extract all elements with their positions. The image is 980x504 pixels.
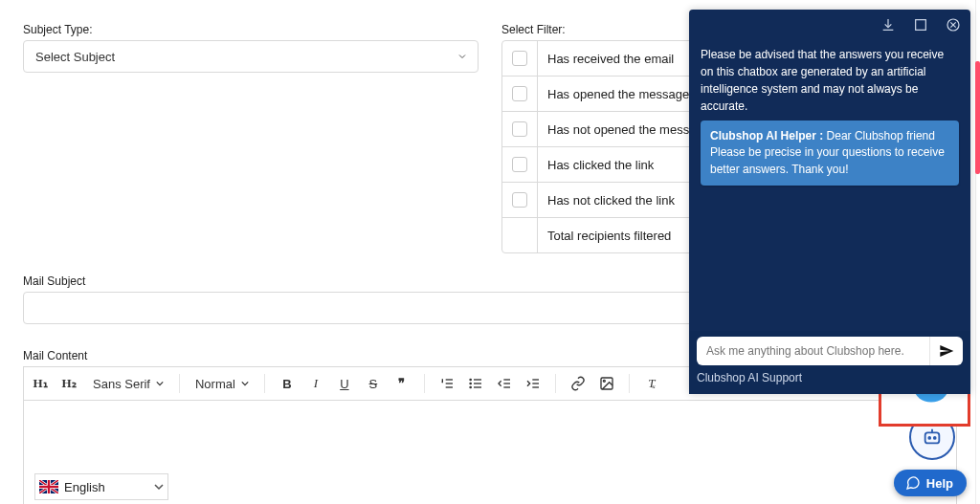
toolbar-separator: [629, 374, 630, 393]
chat-spacer: [701, 186, 959, 319]
checkbox-icon: [512, 51, 527, 66]
chevron-down-icon: [154, 482, 164, 492]
page-root: Subject Type: Select Subject Select Filt…: [0, 0, 980, 504]
chat-icon: [905, 475, 921, 491]
filter-row-label: Has not opened the message: [538, 122, 710, 137]
language-label: English: [64, 480, 105, 494]
chat-advisory-text: Please be advised that the answers you r…: [701, 46, 959, 115]
svg-point-16: [603, 380, 605, 382]
font-size-select[interactable]: Normal: [193, 377, 251, 391]
strikethrough-button[interactable]: S: [365, 375, 382, 392]
help-button[interactable]: Help: [894, 470, 967, 496]
chat-header: [689, 10, 970, 40]
download-icon[interactable]: [880, 17, 896, 33]
toolbar-separator: [555, 374, 556, 393]
svg-point-28: [928, 437, 930, 439]
chat-body: Please be advised that the answers you r…: [689, 40, 970, 331]
chat-input[interactable]: [697, 344, 929, 358]
blockquote-button[interactable]: ❞: [393, 375, 411, 392]
checkbox-icon: [512, 121, 527, 137]
filter-checkbox-cell[interactable]: [502, 183, 538, 217]
filter-row-label: Has opened the message: [538, 87, 689, 101]
filter-row-label: Total recipients filtered: [538, 229, 671, 243]
checkbox-icon: [512, 157, 527, 172]
subject-type-column: Subject Type: Select Subject: [23, 23, 479, 253]
toolbar-text-style-group: B I U S ❞: [278, 375, 411, 392]
chat-send-button[interactable]: [929, 337, 963, 365]
svg-point-8: [470, 386, 471, 387]
checkbox-icon: [512, 86, 527, 101]
help-label: Help: [926, 476, 953, 491]
filter-empty-cell: [502, 218, 538, 252]
clear-format-button[interactable]: Tₓ: [643, 375, 660, 392]
chat-helper-name: Clubshop AI Helper :: [710, 129, 823, 142]
svg-point-7: [470, 383, 471, 383]
subject-select[interactable]: Select Subject: [23, 40, 479, 73]
link-button[interactable]: [569, 375, 587, 392]
checkbox-icon: [512, 192, 527, 208]
h1-button[interactable]: H₁: [32, 375, 49, 392]
language-selector[interactable]: English: [34, 473, 168, 500]
filter-row-label: Has clicked the link: [538, 158, 654, 172]
unordered-list-button[interactable]: [467, 375, 484, 392]
filter-checkbox-cell[interactable]: [502, 147, 538, 182]
expand-icon[interactable]: [913, 17, 928, 33]
ordered-list-button[interactable]: [438, 375, 456, 392]
bold-button[interactable]: B: [278, 375, 296, 392]
font-family-select[interactable]: Sans Serif: [91, 377, 166, 391]
svg-rect-27: [925, 432, 940, 443]
toolbar-list-group: [438, 375, 542, 392]
indent-button[interactable]: [524, 375, 542, 392]
toolbar-separator: [424, 374, 425, 393]
svg-rect-17: [916, 20, 926, 31]
filter-checkbox-cell[interactable]: [502, 41, 538, 76]
toolbar-heading-group: H₁ H₂: [32, 375, 78, 392]
toolbar-clear-group: Tₓ: [643, 375, 660, 392]
subject-type-label: Subject Type:: [23, 23, 479, 36]
h2-button[interactable]: H₂: [60, 375, 78, 392]
chevron-down-icon: [156, 380, 164, 387]
ai-chat-widget: Please be advised that the answers you r…: [689, 10, 970, 394]
filter-checkbox-cell[interactable]: [502, 112, 538, 146]
scroll-indicator[interactable]: [975, 61, 980, 174]
font-family-value: Sans Serif: [93, 377, 150, 391]
chat-input-section: Clubshop AI Support: [689, 331, 970, 394]
outdent-button[interactable]: [496, 375, 513, 392]
svg-rect-34: [39, 486, 58, 488]
chat-ai-message: Clubshop AI Helper : Dear Clubshop frien…: [701, 121, 959, 186]
chevron-down-icon: [241, 380, 249, 387]
subject-select-value: Select Subject: [35, 50, 115, 64]
font-size-value: Normal: [195, 377, 235, 391]
chat-robot-icon: [922, 427, 943, 448]
filter-checkbox-cell[interactable]: [502, 77, 538, 111]
italic-button[interactable]: I: [307, 375, 324, 392]
chat-support-label: Clubshop AI Support: [697, 365, 963, 384]
underline-button[interactable]: U: [336, 375, 353, 392]
image-button[interactable]: [598, 375, 615, 392]
toolbar-separator: [264, 374, 265, 393]
svg-point-29: [934, 437, 936, 439]
close-icon[interactable]: [946, 17, 961, 33]
chevron-down-icon: [457, 51, 468, 62]
chat-input-row: [697, 337, 963, 365]
toolbar-separator: [179, 374, 180, 393]
toolbar-insert-group: [569, 375, 615, 392]
filter-row-label: Has received the email: [538, 52, 674, 66]
uk-flag-icon: [39, 480, 58, 493]
filter-row-label: Has not clicked the link: [538, 193, 675, 208]
svg-point-6: [470, 379, 471, 380]
